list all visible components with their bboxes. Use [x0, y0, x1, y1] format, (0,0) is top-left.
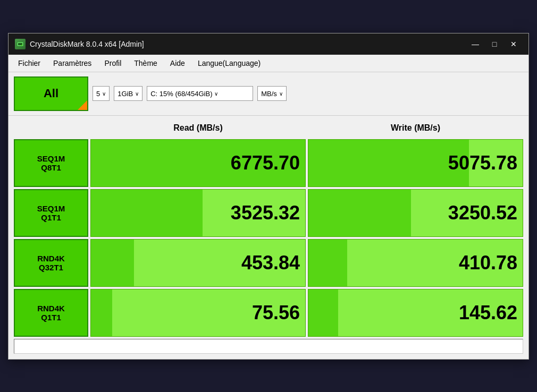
- write-value-0: 5075.78: [448, 152, 517, 174]
- row-label-2: RND4K Q32T1: [14, 239, 88, 287]
- title-bar-left: CrystalDiskMark 8.0.4 x64 [Admin]: [15, 39, 144, 49]
- write-value-2: 410.78: [459, 252, 517, 274]
- read-value-3: 75.56: [252, 302, 300, 324]
- menu-bar: FichierParamètresProfilThèmeAideLangue(L…: [9, 55, 528, 72]
- maximize-button[interactable]: □: [486, 38, 503, 50]
- read-value-0: 6775.70: [231, 152, 300, 174]
- row-label-3: RND4K Q1T1: [14, 289, 88, 337]
- status-bar: [14, 339, 523, 354]
- app-icon: [15, 39, 26, 49]
- row-label-1: SEQ1M Q1T1: [14, 189, 88, 237]
- row-label-0: SEQ1M Q8T1: [14, 139, 88, 187]
- results-grid: Read (MB/s) Write (MB/s) SEQ1M Q8T1 6775…: [14, 119, 523, 337]
- write-cell-1: 3250.52: [308, 189, 523, 237]
- unit-arrow-icon: ∨: [279, 91, 283, 97]
- corner-spacer: [14, 119, 88, 137]
- write-cell-3: 145.62: [308, 289, 523, 337]
- minimize-button[interactable]: —: [467, 38, 484, 50]
- menu-item-profil[interactable]: Profil: [99, 57, 127, 70]
- drive-dropdown[interactable]: C: 15% (68/454GiB) ∨: [147, 86, 253, 101]
- size-dropdown[interactable]: 1GiB ∨: [114, 86, 142, 101]
- read-header: Read (MB/s): [90, 119, 306, 137]
- write-header: Write (MB/s): [308, 119, 523, 137]
- main-content: Read (MB/s) Write (MB/s) SEQ1M Q8T1 6775…: [9, 116, 528, 359]
- menu-item-parametres[interactable]: Paramètres: [48, 57, 97, 70]
- read-cell-2: 453.84: [90, 239, 306, 287]
- read-value-2: 453.84: [241, 252, 300, 274]
- all-button[interactable]: All: [14, 76, 88, 111]
- write-value-3: 145.62: [459, 302, 517, 324]
- read-value-1: 3525.32: [231, 202, 300, 224]
- menu-item-aide[interactable]: Aide: [165, 57, 190, 70]
- window-controls: — □ ✕: [467, 38, 522, 50]
- read-cell-0: 6775.70: [90, 139, 306, 187]
- menu-item-fichier[interactable]: Fichier: [13, 57, 46, 70]
- write-cell-0: 5075.78: [308, 139, 523, 187]
- menu-item-theme[interactable]: Thème: [129, 57, 163, 70]
- main-window: CrystalDiskMark 8.0.4 x64 [Admin] — □ ✕ …: [8, 33, 529, 360]
- close-button[interactable]: ✕: [505, 38, 522, 50]
- window-title: CrystalDiskMark 8.0.4 x64 [Admin]: [30, 40, 144, 48]
- svg-point-2: [21, 45, 22, 46]
- read-cell-3: 75.56: [90, 289, 306, 337]
- write-cell-2: 410.78: [308, 239, 523, 287]
- unit-dropdown[interactable]: MB/s ∨: [257, 86, 287, 101]
- count-arrow-icon: ∨: [102, 91, 106, 97]
- menu-item-langue[interactable]: Langue(Language): [192, 57, 266, 70]
- drive-arrow-icon: ∨: [214, 91, 218, 97]
- read-cell-1: 3525.32: [90, 189, 306, 237]
- count-dropdown[interactable]: 5 ∨: [93, 86, 110, 101]
- toolbar: All 5 ∨ 1GiB ∨ C: 15% (68/454GiB) ∨ MB/s…: [9, 72, 528, 116]
- write-value-1: 3250.52: [448, 202, 517, 224]
- title-bar: CrystalDiskMark 8.0.4 x64 [Admin] — □ ✕: [9, 33, 528, 55]
- size-arrow-icon: ∨: [135, 91, 139, 97]
